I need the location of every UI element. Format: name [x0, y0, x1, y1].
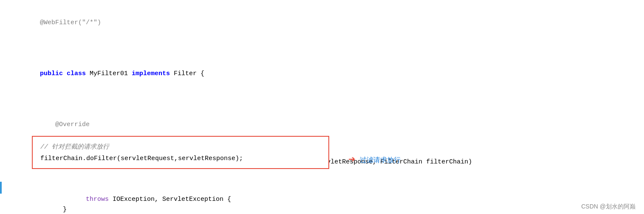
closing-lines: } }: [0, 191, 644, 214]
code-line-3: public class MyFilter01 implements Filte…: [0, 55, 644, 93]
kw-class: class: [67, 70, 90, 77]
arrow-label-text: 过滤请求放行: [360, 156, 401, 165]
kw-implements: implements: [132, 70, 174, 77]
red-arrow-icon: ➔: [348, 154, 356, 166]
interface-name: Filter {: [174, 70, 204, 77]
line-content-4: [13, 93, 644, 105]
annotation-box: // 针对拦截的请求放行 filterChain.doFilter(servle…: [32, 136, 329, 169]
code-line-4: [0, 93, 644, 106]
annotation-box-code: filterChain.doFilter(servletRequest,serv…: [40, 155, 321, 162]
annotation-override: @Override: [40, 121, 90, 128]
line-content-1: @WebFilter("/*"): [13, 5, 644, 41]
line-content-3: public class MyFilter01 implements Filte…: [13, 56, 644, 92]
kw-public-1: public: [40, 70, 67, 77]
line-content-2: [13, 42, 644, 54]
closing-brace-1: }: [48, 206, 67, 213]
watermark: CSDN @划水的阿巅: [581, 203, 636, 211]
annotation-webfilter: @WebFilter("/*"): [40, 19, 101, 26]
annotation-box-comment: // 针对拦截的请求放行: [40, 143, 321, 151]
line-content-c1: }: [13, 192, 644, 214]
code-line-2: [0, 42, 644, 55]
code-line-1: @WebFilter("/*"): [0, 4, 644, 42]
code-line-closing-1: }: [0, 191, 644, 214]
class-name: MyFilter01: [90, 70, 132, 77]
arrow-label-container: ➔ 过滤请求放行: [348, 154, 401, 166]
code-editor: @WebFilter("/*") public class MyFilter01…: [0, 0, 644, 214]
